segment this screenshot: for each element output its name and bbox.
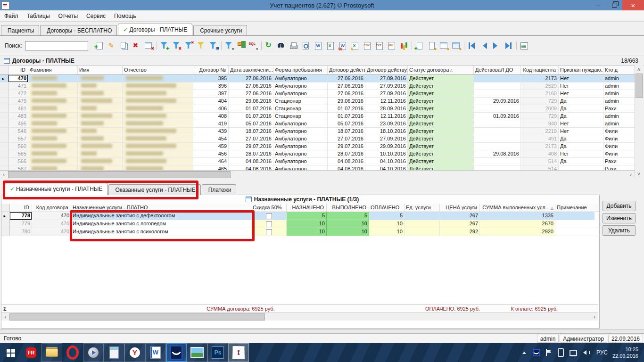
- table-row[interactable]: 779 470 Индивидуальные занятия с логопед…: [1, 220, 599, 228]
- media-player-icon[interactable]: [83, 343, 104, 362]
- discount-checkbox[interactable]: [266, 221, 272, 227]
- find-icon[interactable]: [276, 41, 287, 51]
- table-row[interactable]: 472 397 27.06.2016 Амбулаторно 27.06.201…: [0, 90, 635, 98]
- start-button[interactable]: [0, 343, 21, 362]
- scroll-down-icon[interactable]: ˅: [635, 170, 643, 178]
- fastreport-icon[interactable]: [21, 343, 41, 362]
- column-header[interactable]: НАЗНАЧЕНО: [287, 204, 327, 212]
- column-header[interactable]: Дата заключени...: [229, 66, 273, 74]
- child-record-settings-icon[interactable]: [426, 41, 438, 51]
- column-header[interactable]: Договор действу...: [365, 66, 408, 74]
- tab-payments[interactable]: Платежи: [202, 184, 237, 195]
- restore-button[interactable]: [606, 0, 622, 10]
- scrollbar-thumb[interactable]: [8, 171, 231, 178]
- export-excel-icon[interactable]: [325, 41, 336, 51]
- table-row[interactable]: 479 404 29.06.2016 Стационар 29.06.2016 …: [0, 98, 635, 105]
- yandex-browser-icon[interactable]: [124, 343, 145, 362]
- nav-next-icon[interactable]: [491, 41, 502, 51]
- column-header[interactable]: ЦЕНА услуги: [440, 204, 480, 212]
- table-row[interactable]: 546 439 18.07.2016 Амбулаторно 18.07.201…: [0, 128, 635, 135]
- photoshop-icon[interactable]: [207, 343, 228, 362]
- nav-last-icon[interactable]: [503, 41, 514, 51]
- column-header[interactable]: Признан нуждаю...: [559, 66, 603, 74]
- delete-button[interactable]: Удалить: [603, 225, 636, 236]
- minimize-button[interactable]: –: [590, 0, 606, 10]
- column-header[interactable]: Договор действ...: [328, 66, 365, 74]
- export-word-template-icon[interactable]: [337, 41, 348, 51]
- table-row[interactable]: 566 464 04.08.2016 Амбулаторно 04.08.201…: [0, 158, 635, 165]
- column-header[interactable]: ID: [10, 204, 32, 212]
- table-row[interactable]: 565 456 28.07.2016 Амбулаторно 28.07.201…: [0, 150, 635, 158]
- nav-first-icon[interactable]: [466, 41, 478, 51]
- add-record-icon[interactable]: [94, 41, 106, 51]
- table-view-settings-icon[interactable]: [451, 41, 462, 51]
- column-header[interactable]: СУММА выполненных усл...△: [480, 204, 555, 212]
- print-icon[interactable]: [288, 41, 299, 51]
- filter-folder-icon[interactable]: [196, 41, 207, 51]
- word-icon[interactable]: [145, 343, 166, 362]
- vertical-scrollbar[interactable]: ˄ ˅: [635, 66, 643, 178]
- menu-item[interactable]: Сервис: [82, 11, 110, 21]
- phone-tray-icon[interactable]: [530, 343, 543, 362]
- hidden-icons-icon[interactable]: [518, 343, 530, 362]
- filter-save-icon[interactable]: [208, 41, 219, 51]
- phone-app-icon[interactable]: [166, 343, 187, 362]
- column-header[interactable]: ВЫПОЛНЕНО: [327, 204, 369, 212]
- column-header[interactable]: Форма пребывания: [273, 66, 328, 74]
- filter-view-icon[interactable]: [223, 41, 235, 51]
- file-explorer-icon[interactable]: [41, 343, 62, 362]
- table-row[interactable]: 471 396 27.06.2016 Амбулаторно 27.06.201…: [0, 82, 635, 90]
- discount-checkbox[interactable]: [266, 213, 272, 219]
- table-row[interactable]: ► 470 395 27.06.2016 Амбулаторно 27.06.2…: [0, 75, 635, 82]
- column-header[interactable]: Код договора: [32, 204, 71, 212]
- menu-item[interactable]: Отчеты: [54, 11, 82, 21]
- opera-icon[interactable]: [62, 343, 83, 362]
- menu-item[interactable]: Таблицы: [23, 11, 54, 21]
- battery-icon[interactable]: [555, 343, 567, 362]
- column-header[interactable]: Фамилия: [28, 66, 78, 74]
- patients-app-icon[interactable]: [228, 343, 249, 362]
- discount-checkbox[interactable]: [266, 229, 272, 235]
- photo-viewer-icon[interactable]: [187, 343, 207, 362]
- export-word-icon[interactable]: [313, 41, 324, 51]
- network-icon[interactable]: [567, 343, 579, 362]
- tab-assigned-services-paid[interactable]: ✓Назначенные услуги - ПЛАТНЫЕ: [5, 183, 107, 195]
- column-header[interactable]: Скидка 50%: [251, 204, 287, 212]
- filter-clear-icon[interactable]: [183, 41, 195, 51]
- menu-item[interactable]: Помощь: [110, 11, 140, 21]
- table-row[interactable]: 780 470 Индивидуальные занятия с психоло…: [1, 228, 599, 236]
- language-indicator[interactable]: РУС: [592, 349, 612, 356]
- image-icon[interactable]: [519, 41, 530, 51]
- column-header[interactable]: ID: [8, 66, 28, 74]
- column-header[interactable]: Код пациента: [521, 66, 559, 74]
- table-row[interactable]: 557 454 27.07.2016 Амбулаторно 27.07.201…: [0, 135, 635, 143]
- column-header[interactable]: ДействоваЛ ДО: [474, 66, 521, 74]
- volume-icon[interactable]: [579, 343, 592, 362]
- column-header[interactable]: Кто д: [603, 66, 635, 74]
- tab-urgent-services[interactable]: Срочные услуги: [193, 25, 247, 36]
- calculator-icon[interactable]: [104, 343, 124, 362]
- scroll-left-icon[interactable]: ‹: [1, 313, 9, 321]
- horizontal-scrollbar[interactable]: ‹ ›: [0, 170, 635, 178]
- column-header[interactable]: Ед. услуги: [405, 204, 440, 212]
- tab-rendered-services-paid[interactable]: Оказанные услуги - ПЛАТНЫЕ: [108, 184, 200, 195]
- tab-contracts-free[interactable]: Договоры - БЕСПЛАТНО: [40, 25, 117, 36]
- tab-contracts-paid[interactable]: ✓Договоры - ПЛАТНЫЕ: [118, 24, 192, 36]
- flag-icon[interactable]: [543, 343, 555, 362]
- chart-icon[interactable]: [398, 41, 410, 51]
- sql-filter-icon[interactable]: [248, 41, 259, 51]
- table-row[interactable]: 495 419 05.07.2016 Амбулаторно 05.07.201…: [0, 120, 635, 128]
- search-input[interactable]: [25, 41, 88, 50]
- column-header[interactable]: Имя: [78, 66, 123, 74]
- taskbar-clock[interactable]: 10:25 22.09.2016: [612, 346, 644, 359]
- export-txt-icon[interactable]: [374, 41, 385, 51]
- column-header[interactable]: Примечание: [555, 204, 594, 212]
- column-header[interactable]: Договор №: [193, 66, 229, 74]
- tab-patients[interactable]: Пациенты: [1, 25, 39, 36]
- column-header[interactable]: Статус договора△: [408, 66, 474, 74]
- nav-prev-icon[interactable]: [479, 41, 490, 51]
- print-preview-icon[interactable]: [300, 41, 312, 51]
- scroll-up-icon[interactable]: ˄: [635, 66, 643, 73]
- delete-table-icon[interactable]: [143, 41, 155, 51]
- column-header[interactable]: Отчество: [123, 66, 193, 74]
